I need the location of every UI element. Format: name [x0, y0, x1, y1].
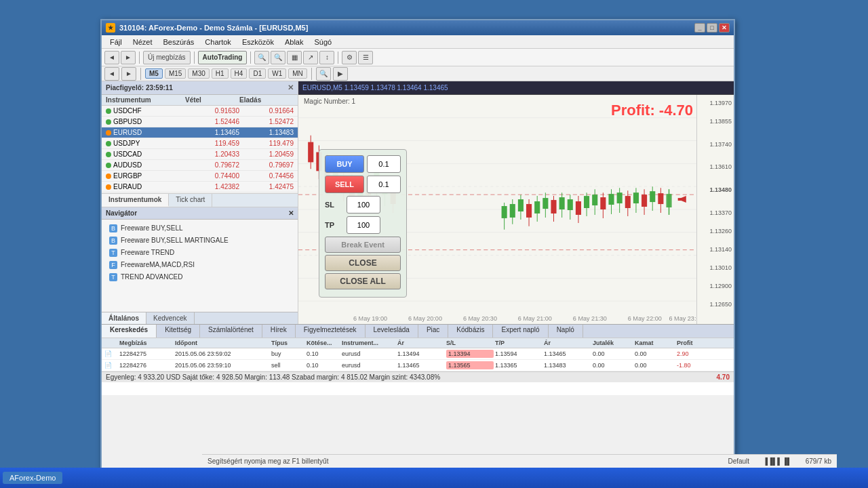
menu-file[interactable]: Fájl — [104, 37, 127, 47]
lbt-altalanos[interactable]: Általános — [102, 312, 146, 324]
order-sl-2: 1.13565 — [446, 361, 494, 369]
minimize-button[interactable]: _ — [694, 23, 705, 33]
close-all-button[interactable]: CLOSE ALL — [325, 273, 401, 289]
tf-arrow-right[interactable]: ► — [121, 67, 136, 81]
market-row[interactable]: EURGBP 0.74400 0.74456 — [102, 171, 298, 182]
restore-button[interactable]: □ — [707, 23, 717, 33]
svg-rect-22 — [308, 142, 313, 163]
nav-item-4[interactable]: F FreewareMA,MACD,RSI — [104, 259, 295, 271]
navigator-close-btn[interactable]: ✕ — [288, 209, 294, 217]
menu-tools[interactable]: Eszközök — [237, 37, 279, 47]
tf-m15[interactable]: M15 — [165, 68, 186, 79]
market-row[interactable]: USDJPY 119.459 119.479 — [102, 138, 298, 149]
order-curprice-1: 1.13465 — [544, 350, 591, 357]
close-button[interactable]: ✕ — [719, 23, 730, 33]
sl-input[interactable] — [347, 196, 380, 214]
svg-rect-82 — [658, 193, 663, 204]
menu-help[interactable]: Súgó — [309, 37, 337, 47]
col-type: Típus — [271, 340, 305, 346]
new-order-button[interactable]: Új megbízás — [143, 51, 191, 64]
order-time-1: 2015.05.06 23:59:02 — [175, 350, 270, 357]
nav-item-2[interactable]: B Freeware BUY,SELL MARTINGALE — [104, 235, 295, 247]
nav-item-icon: B — [108, 224, 118, 233]
market-watch-close-btn[interactable]: ✕ — [288, 83, 294, 92]
bottom-section-tabs: Kereskedés Kitettség Számlalörténet Híre… — [102, 324, 734, 338]
bst-hirek[interactable]: Hírek — [262, 325, 296, 338]
tf-arrow-left[interactable]: ◄ — [104, 67, 119, 81]
bst-szamlatortenlet[interactable]: Számlalörténet — [200, 325, 262, 338]
properties-btn[interactable]: ⚙ — [342, 51, 357, 64]
nav-item-3[interactable]: T Freeware TREND — [104, 247, 295, 259]
buy-button[interactable]: BUY — [325, 155, 364, 173]
sell-lot-input[interactable] — [367, 176, 401, 193]
zoom-in-btn[interactable]: 🔍 — [254, 51, 269, 64]
chart-type-btn[interactable]: ▦ — [287, 51, 302, 64]
nav-item-5[interactable]: T TREND ADVANCED — [104, 271, 295, 283]
tab-tick-chart[interactable]: Tick chart — [169, 194, 212, 207]
order-row-2[interactable]: 📄 12284276 2015.05.06 23:59:10 sell 0.10… — [102, 360, 734, 371]
tab-instrumentumok[interactable]: Instrumentumok — [102, 194, 169, 207]
tf-m5[interactable]: M5 — [145, 68, 163, 79]
toolbar-fwd-btn[interactable]: ► — [121, 51, 136, 64]
tp-label: TP — [325, 221, 344, 229]
taskbar-app-button[interactable]: AForex-Demo — [3, 472, 62, 484]
tf-search-btn[interactable]: 🔍 — [316, 67, 331, 81]
market-row[interactable]: GBPUSD 1.52446 1.52472 — [102, 117, 298, 127]
tf-h4[interactable]: H4 — [231, 68, 248, 79]
col-time: Időpont — [175, 340, 270, 346]
market-watch-list: USDCHF 0.91630 0.91664 GBPUSD 1.52446 1.… — [102, 106, 298, 193]
autotrading-button[interactable]: AutoTrading — [198, 51, 248, 64]
order-row-1[interactable]: 📄 12284275 2015.05.06 23:59:02 buy 0.10 … — [102, 348, 734, 360]
svg-rect-80 — [650, 191, 655, 202]
bst-kodbazis[interactable]: Kódbázis — [448, 325, 493, 338]
svg-text:T: T — [111, 274, 115, 281]
market-row-eurusd[interactable]: EURUSD 1.13465 1.13483 — [102, 127, 298, 138]
tf-mn[interactable]: MN — [288, 68, 307, 79]
menu-view[interactable]: Nézet — [127, 37, 158, 47]
bst-kereskedés[interactable]: Kereskedés — [102, 325, 157, 338]
bst-naplo[interactable]: Napló — [549, 325, 583, 338]
settings-btn[interactable]: ☰ — [358, 51, 373, 64]
menu-window[interactable]: Ablak — [279, 37, 309, 47]
tf-h1[interactable]: H1 — [212, 68, 229, 79]
menu-charts[interactable]: Chartok — [199, 37, 237, 47]
lbt-kedvencek[interactable]: Kedvencek — [146, 312, 194, 324]
svg-text:6 May 21:00: 6 May 21:00 — [518, 315, 552, 322]
svg-text:T: T — [111, 249, 115, 256]
bst-leveleslada[interactable]: Levelesláda — [366, 325, 418, 338]
bst-piac[interactable]: Piac — [418, 325, 448, 338]
market-row[interactable]: EURAUD 1.42382 1.42475 — [102, 182, 298, 192]
market-row[interactable]: USDCHF 0.91630 0.91664 — [102, 106, 298, 117]
nav-item-1[interactable]: B Freeware BUY,SELL — [104, 222, 295, 235]
toolbar-back-btn[interactable]: ◄ — [104, 51, 119, 64]
svg-rect-48 — [518, 199, 524, 211]
tf-w1[interactable]: W1 — [268, 68, 286, 79]
instrument-name: GBPUSD — [106, 118, 185, 125]
menu-insert[interactable]: Beszúrás — [157, 37, 199, 47]
market-row[interactable]: USDCAD 1.20433 1.20459 — [102, 149, 298, 160]
bst-expert-naplo[interactable]: Expert napló — [493, 325, 548, 338]
indicator-btn[interactable]: ↗ — [303, 51, 318, 64]
order-price-2: 1.13465 — [397, 362, 445, 369]
tf-m30[interactable]: M30 — [188, 68, 209, 79]
market-row[interactable]: AUDUSD 0.79672 0.79697 — [102, 160, 298, 171]
tf-more-btn[interactable]: ▶ — [333, 67, 348, 81]
col-tp: T/P — [495, 340, 542, 346]
tp-input[interactable] — [347, 216, 380, 234]
status-dot — [106, 152, 111, 157]
price-level: 1.12650 — [709, 301, 732, 308]
break-event-button[interactable]: Break Event — [325, 237, 401, 253]
sell-button[interactable]: SELL — [325, 176, 364, 193]
window-title: 310104: AForex-Demo - Demo Számla - [EUR… — [119, 24, 694, 32]
svg-rect-62 — [576, 201, 581, 215]
template-btn[interactable]: ↕ — [319, 51, 334, 64]
tf-d1[interactable]: D1 — [249, 68, 266, 79]
buy-lot-input[interactable] — [367, 155, 401, 173]
svg-rect-76 — [633, 192, 639, 203]
svg-rect-50 — [526, 204, 532, 218]
zoom-out-btn[interactable]: 🔍 — [271, 51, 285, 64]
close-button-trade[interactable]: CLOSE — [325, 255, 401, 271]
bst-figyelmeztetesek[interactable]: Figyelmeztetések — [296, 325, 366, 338]
bst-kitettseg[interactable]: Kitettség — [157, 325, 200, 338]
instrument-name: USDJPY — [106, 140, 185, 147]
